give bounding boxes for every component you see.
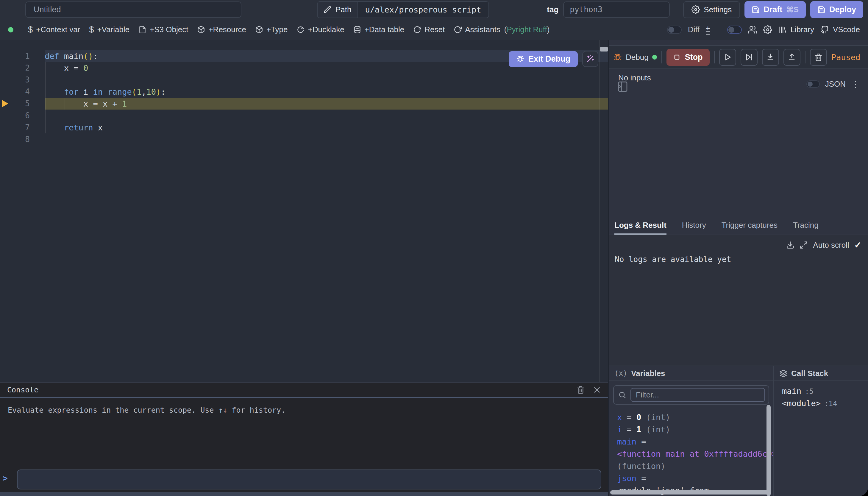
code-line-text[interactable]: x = x + 1: [45, 98, 608, 110]
code-line[interactable]: 4 for i in range(1,10):: [0, 86, 608, 98]
plus-minus-icon[interactable]: ±: [706, 25, 710, 34]
download-icon[interactable]: [786, 241, 794, 249]
console-title: Console: [7, 386, 38, 394]
variable-row[interactable]: i = 1 (int): [617, 423, 761, 436]
line-number-gutter[interactable]: 8: [0, 134, 45, 145]
gear-icon[interactable]: [763, 25, 772, 34]
code-line[interactable]: 6: [0, 110, 608, 122]
line-number: 6: [25, 111, 30, 120]
add-type-button[interactable]: +Type: [251, 22, 292, 37]
library-button[interactable]: Library: [778, 25, 814, 34]
expand-icon[interactable]: [800, 241, 808, 249]
continue-button[interactable]: [719, 49, 736, 66]
variables-horizontal-scrollbar[interactable]: [610, 490, 771, 495]
line-number-gutter[interactable]: 1: [0, 50, 45, 62]
code-token: (function): [617, 462, 666, 471]
tab-trigger-captures[interactable]: Trigger captures: [722, 221, 777, 235]
code-token: <function main at 0xffffadadd6c0>: [617, 449, 773, 459]
line-number-gutter[interactable]: 3: [0, 74, 45, 86]
line-number-gutter[interactable]: 2: [0, 62, 45, 74]
code-line[interactable]: 8: [0, 134, 608, 145]
diff-toggle[interactable]: [667, 26, 682, 34]
multiplayer-toggle[interactable]: [727, 26, 742, 34]
tag-input[interactable]: [563, 1, 670, 18]
variable-row[interactable]: x = 0 (int): [617, 411, 761, 423]
exit-debug-button[interactable]: Exit Debug: [509, 51, 578, 67]
variables-filter-input[interactable]: [630, 388, 765, 402]
code-line-text[interactable]: [45, 134, 608, 145]
callstack-frame[interactable]: main:5: [782, 386, 868, 399]
add-s3-object-button[interactable]: +S3 Object: [134, 22, 193, 37]
code-token: 0: [83, 63, 88, 73]
variable-row[interactable]: (function): [617, 460, 761, 472]
code-token: i: [83, 87, 93, 96]
add-ducklake-label: +Ducklake: [308, 25, 344, 34]
deploy-button[interactable]: Deploy: [810, 1, 863, 18]
variable-row[interactable]: <function main at 0xffffadadd6c0>: [617, 448, 761, 460]
trash-icon[interactable]: [577, 386, 585, 394]
check-icon[interactable]: ✓: [854, 240, 862, 250]
add-resource-button[interactable]: +Resource: [193, 22, 250, 37]
debug-panel: Debug Stop: [608, 40, 868, 496]
code-line[interactable]: 7 return x: [0, 122, 608, 134]
code-token: return: [64, 123, 98, 132]
code-line[interactable]: 5 x = x + 1: [0, 98, 608, 110]
console-panel: Console Evaluate expressions in the curr…: [0, 382, 608, 496]
editor-toolbar: $ +Context var $ +Variable +S3 Object +R…: [0, 19, 868, 40]
console-input[interactable]: [17, 469, 601, 490]
no-inputs-text: No inputs: [618, 73, 651, 82]
auto-scroll-label: Auto scroll: [813, 241, 849, 250]
code-token: ): [88, 51, 93, 61]
file-icon: [138, 26, 146, 34]
editor-scrollbar-thumb[interactable]: [600, 47, 608, 51]
vscode-button[interactable]: VScode: [820, 25, 860, 34]
close-icon[interactable]: [593, 386, 601, 394]
users-icon[interactable]: [748, 25, 757, 34]
add-variable-button[interactable]: $ +Variable: [84, 22, 134, 37]
tab-history[interactable]: History: [682, 221, 706, 235]
kebab-menu-icon[interactable]: ⋮: [851, 80, 860, 89]
reset-button[interactable]: Reset: [409, 22, 449, 37]
step-out-button[interactable]: [784, 49, 801, 66]
line-number-gutter[interactable]: 5: [0, 98, 45, 110]
code-line-text[interactable]: return x: [45, 122, 608, 134]
variable-row[interactable]: json =: [617, 472, 761, 484]
code-line-text[interactable]: [45, 74, 608, 86]
code-token: 1: [137, 87, 141, 96]
search-icon: [618, 391, 626, 399]
reset-label: Reset: [425, 25, 445, 34]
code-line-text[interactable]: for i in range(1,10):: [45, 86, 608, 98]
code-editor[interactable]: 1def main():2 x = 034 for i in range(1,1…: [0, 40, 608, 382]
assistants-button[interactable]: Assistants (Pyright Ruff): [449, 22, 554, 37]
json-label: JSON: [825, 79, 846, 89]
ai-wand-button[interactable]: [582, 51, 598, 67]
code-line-text[interactable]: [45, 110, 608, 122]
frame-function: main: [782, 386, 801, 396]
script-title-input[interactable]: [25, 1, 241, 18]
tab-logs-result[interactable]: Logs & Result: [614, 221, 666, 235]
code-line[interactable]: 3: [0, 74, 608, 86]
layers-icon: [779, 370, 787, 377]
clear-debug-button[interactable]: [810, 49, 827, 66]
code-token: ): [156, 87, 161, 96]
code-token: for: [64, 87, 83, 96]
stop-button[interactable]: Stop: [666, 49, 710, 66]
json-toggle[interactable]: [806, 80, 820, 88]
callstack-frame[interactable]: <module>:14: [782, 399, 868, 411]
variables-vertical-scrollbar[interactable]: [767, 405, 771, 496]
variable-row[interactable]: main =: [617, 436, 761, 448]
draft-button[interactable]: Draft ⌘S: [744, 1, 806, 18]
add-data-table-button[interactable]: +Data table: [349, 22, 409, 37]
tab-tracing[interactable]: Tracing: [793, 221, 819, 235]
line-number-gutter[interactable]: 7: [0, 122, 45, 134]
live-status-dot: [8, 27, 13, 32]
settings-button[interactable]: Settings: [683, 1, 740, 18]
step-into-button[interactable]: [762, 49, 779, 66]
step-over-button[interactable]: [741, 49, 758, 66]
add-ducklake-button[interactable]: +Ducklake: [292, 22, 349, 37]
path-chip[interactable]: Path u/alex/prosperous_script: [317, 1, 489, 18]
add-context-var-button[interactable]: $ +Context var: [23, 22, 84, 37]
line-number-gutter[interactable]: 6: [0, 110, 45, 122]
line-number-gutter[interactable]: 4: [0, 86, 45, 98]
code-token: (int): [641, 425, 670, 434]
